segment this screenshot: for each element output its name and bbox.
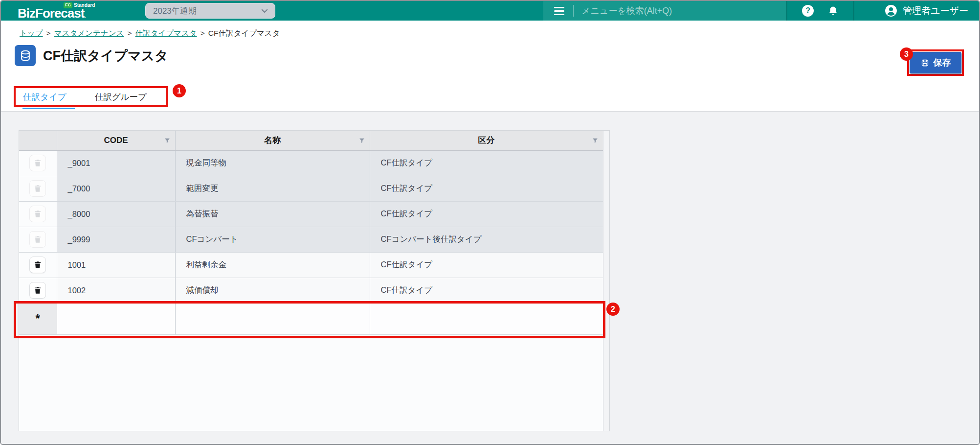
bell-icon[interactable] [827, 5, 839, 17]
trash-icon [33, 210, 42, 218]
user-name: 管理者ユーザー [903, 4, 968, 17]
tab-journal-group[interactable]: 仕訳グループ [95, 91, 147, 103]
content-area: CODE 名称 区分 _9001 現金同等物 CF仕訳タイプ [1, 112, 979, 444]
cell-category[interactable]: CF仕訳タイプ [370, 252, 603, 278]
trash-icon [33, 159, 42, 167]
cell-name: 現金同等物 [175, 150, 370, 176]
delete-column-header [19, 131, 57, 150]
cell-name[interactable]: 利益剰余金 [175, 252, 370, 278]
brand-logo[interactable]: FC Standard BizForecast. [18, 1, 118, 21]
annotation-box-save: 保存 [907, 49, 964, 76]
period-dropdown-value: 2023年通期 [153, 5, 260, 17]
user-menu[interactable]: 管理者ユーザー [854, 1, 979, 21]
filter-icon[interactable] [164, 137, 171, 144]
trash-icon [33, 260, 42, 269]
breadcrumb-link-top[interactable]: トップ [20, 29, 43, 37]
trash-icon [33, 235, 42, 244]
user-icon [885, 4, 897, 17]
delete-row-button [29, 180, 46, 197]
breadcrumb: トップ>マスタメンテナンス>仕訳タイプマスタ>CF仕訳タイプマスタ [1, 21, 979, 39]
table-row: 1002 減価償却 CF仕訳タイプ [19, 278, 603, 303]
period-dropdown[interactable]: 2023年通期 [145, 3, 275, 19]
hamburger-menu-icon[interactable] [554, 7, 564, 15]
column-header-category: 区分 [370, 131, 603, 150]
cell-category: CF仕訳タイプ [370, 176, 603, 201]
brand-wordmark: BizForecast. [18, 7, 85, 20]
cell-category[interactable]: CF仕訳タイプ [370, 278, 603, 303]
breadcrumb-separator: > [200, 29, 205, 37]
cell-category: CFコンバート後仕訳タイプ [370, 227, 603, 252]
table-row: _8000 為替振替 CF仕訳タイプ [19, 201, 603, 227]
app-window: FC Standard BizForecast. 2023年通期 メニューを検索… [0, 0, 980, 445]
annotation-box-new-row [14, 301, 605, 338]
delete-row-button [29, 206, 46, 222]
annotation-badge-3: 3 [900, 47, 913, 61]
page-title: CF仕訳タイプマスタ [43, 47, 168, 65]
brand-mark: . [84, 13, 85, 19]
cell-code: _7000 [57, 176, 175, 201]
table-header-row: CODE 名称 区分 [19, 131, 603, 150]
title-row: CF仕訳タイプマスタ [15, 45, 979, 66]
table-row: 1001 利益剰余金 CF仕訳タイプ [19, 252, 603, 278]
cell-category: CF仕訳タイプ [370, 150, 603, 176]
delete-row-button[interactable] [29, 257, 46, 273]
master-table-panel: CODE 名称 区分 _9001 現金同等物 CF仕訳タイプ [19, 130, 610, 431]
annotation-badge-2: 2 [606, 303, 620, 316]
topbar-right-group: メニューを検索(Alt+Q) ? 管理者ユーザー [543, 1, 979, 21]
cell-name: 範囲変更 [175, 176, 370, 201]
table-row: _9999 CFコンバート CFコンバート後仕訳タイプ [19, 227, 603, 252]
breadcrumb-separator: > [127, 29, 132, 37]
chevron-down-icon [260, 6, 269, 15]
active-tab-indicator [22, 108, 75, 109]
top-bar: FC Standard BizForecast. 2023年通期 メニューを検索… [1, 1, 979, 21]
tab-journal-type[interactable]: 仕訳タイプ [23, 91, 67, 103]
topbar-icons: ? [787, 1, 853, 21]
table-row: _9001 現金同等物 CF仕訳タイプ [19, 150, 603, 176]
save-button-label: 保存 [934, 57, 951, 69]
breadcrumb-separator: > [46, 29, 51, 37]
trash-icon [33, 286, 42, 295]
delete-row-button [29, 155, 46, 171]
save-icon [920, 58, 930, 68]
annotation-badge-1: 1 [173, 84, 186, 97]
database-icon [15, 45, 36, 66]
delete-row-button[interactable] [29, 282, 46, 299]
cell-name: 為替振替 [175, 201, 370, 227]
breadcrumb-link-journal-type-master[interactable]: 仕訳タイプマスタ [135, 29, 197, 37]
cell-code: _8000 [57, 201, 175, 227]
help-icon[interactable]: ? [802, 5, 814, 17]
column-header-code: CODE [57, 131, 175, 150]
cell-code[interactable]: 1001 [57, 252, 175, 278]
cell-name: CFコンバート [175, 227, 370, 252]
cell-name[interactable]: 減価償却 [175, 278, 370, 303]
filter-icon[interactable] [358, 137, 365, 144]
search-input[interactable]: メニューを検索(Alt+Q) [581, 5, 672, 17]
column-header-name: 名称 [175, 131, 370, 150]
delete-row-button [29, 231, 46, 248]
table-row: _7000 範囲変更 CF仕訳タイプ [19, 176, 603, 201]
breadcrumb-current: CF仕訳タイプマスタ [208, 29, 280, 37]
cell-category: CF仕訳タイプ [370, 201, 603, 227]
vertical-scrollbar-track[interactable] [603, 131, 609, 431]
filter-icon[interactable] [592, 137, 599, 144]
save-button[interactable]: 保存 [910, 52, 961, 73]
search-divider [573, 5, 574, 17]
breadcrumb-link-master-maintenance[interactable]: マスタメンテナンス [54, 29, 124, 37]
cell-code: _9999 [57, 227, 175, 252]
menu-search[interactable]: メニューを検索(Alt+Q) [543, 1, 786, 21]
annotation-box-tabs: 仕訳タイプ 仕訳グループ [14, 86, 168, 107]
cell-code[interactable]: 1002 [57, 278, 175, 303]
cell-code: _9001 [57, 150, 175, 176]
trash-icon [33, 184, 42, 193]
page-header-section: トップ>マスタメンテナンス>仕訳タイプマスタ>CF仕訳タイプマスタ CF仕訳タイ… [1, 21, 979, 112]
